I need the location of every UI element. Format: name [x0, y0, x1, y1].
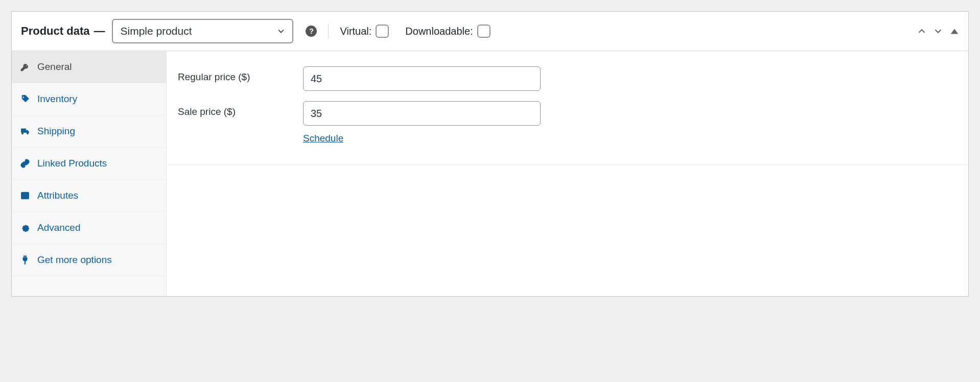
tab-attributes[interactable]: Attributes [12, 180, 166, 212]
collapse-toggle[interactable] [949, 26, 960, 37]
tab-label: Linked Products [37, 158, 107, 169]
move-up-button[interactable] [916, 26, 927, 37]
title-separator: — [94, 25, 105, 38]
panel-body: General Inventory Shipping Linked Produc… [12, 51, 968, 296]
downloadable-checkbox[interactable] [477, 25, 491, 38]
product-data-panel: Product data — Simple product ? Virtual:… [11, 11, 969, 297]
tab-general[interactable]: General [12, 51, 166, 83]
sale-price-row: Sale price ($) Schedule [178, 96, 957, 149]
tab-label: Inventory [37, 93, 77, 105]
help-icon[interactable]: ? [306, 26, 317, 37]
tab-label: General [37, 61, 72, 73]
virtual-checkbox[interactable] [376, 25, 389, 38]
regular-price-input[interactable] [303, 66, 541, 91]
panel-header: Product data — Simple product ? Virtual:… [12, 12, 968, 51]
tabs: General Inventory Shipping Linked Produc… [12, 51, 167, 296]
downloadable-field: Downloadable: [405, 25, 490, 38]
tab-linked-products[interactable]: Linked Products [12, 148, 166, 180]
downloadable-label: Downloadable: [405, 26, 473, 37]
virtual-label: Virtual: [340, 26, 371, 37]
product-type-value: Simple product [120, 25, 192, 37]
tab-get-more-options[interactable]: Get more options [12, 244, 166, 276]
general-settings: Regular price ($) Sale price ($) Schedul… [167, 51, 968, 165]
gear-icon [20, 223, 30, 233]
wrench-icon [20, 62, 30, 72]
tab-label: Get more options [37, 254, 112, 266]
separator [328, 24, 329, 38]
tab-label: Attributes [37, 190, 78, 201]
schedule-link[interactable]: Schedule [303, 133, 343, 144]
list-icon [20, 190, 30, 201]
tag-icon [20, 94, 30, 104]
virtual-field: Virtual: [340, 25, 389, 38]
chevron-down-icon [276, 26, 286, 36]
panel-title: Product data [21, 25, 89, 38]
sale-price-label: Sale price ($) [178, 101, 303, 117]
tab-shipping[interactable]: Shipping [12, 115, 166, 148]
tab-advanced[interactable]: Advanced [12, 212, 166, 244]
tab-inventory[interactable]: Inventory [12, 83, 166, 115]
panel-controls [916, 26, 960, 37]
product-type-select[interactable]: Simple product [112, 19, 293, 43]
truck-icon [20, 126, 30, 136]
tab-label: Advanced [37, 222, 81, 233]
sale-price-input[interactable] [303, 101, 541, 126]
svg-marker-0 [951, 29, 959, 34]
tab-label: Shipping [37, 126, 75, 137]
tab-content: Regular price ($) Sale price ($) Schedul… [167, 51, 968, 296]
regular-price-row: Regular price ($) [178, 61, 957, 96]
regular-price-label: Regular price ($) [178, 66, 303, 83]
link-icon [20, 158, 30, 169]
svg-rect-1 [21, 192, 29, 199]
plug-icon [20, 255, 30, 265]
move-down-button[interactable] [932, 26, 944, 37]
